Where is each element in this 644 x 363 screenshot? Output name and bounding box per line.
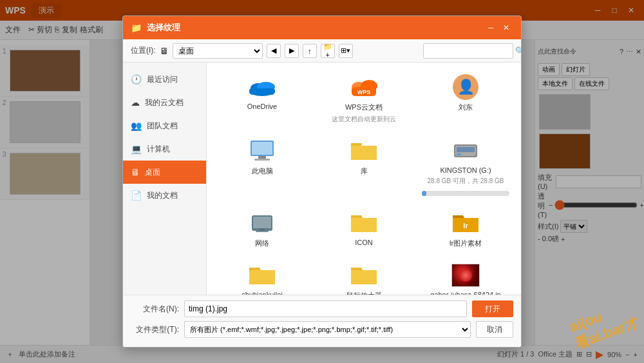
dialog-window-controls: ─ ✕ [484,21,513,34]
cancel-button[interactable]: 取消 [476,321,513,338]
file-area: OneDrive WPS W [207,63,521,295]
mouse-folder-icon [348,262,379,288]
filetype-label: 文件类型(T): [131,324,179,335]
nav-team-cloud[interactable]: 👥 团队文档 [123,114,206,137]
left-nav: 🕐 最近访问 ☁ 我的云文档 👥 团队文档 💻 计算机 🖥 桌面 [123,63,207,295]
location-label: 位置(I): [131,45,156,56]
ku-label: 库 [361,166,368,176]
svg-rect-17 [457,153,461,155]
liudong-label: 刘东 [459,103,473,112]
nav-back-btn[interactable]: ◀ [267,44,281,58]
kingston-icon [450,138,481,164]
file-item-shubian[interactable]: shubiankuilei [214,259,310,295]
dialog-close-icon[interactable]: ✕ [499,21,513,34]
nav-view-btn[interactable]: ⊞▾ [339,44,353,58]
network-icon [247,210,278,236]
wps-cloud-label: WPS云文档 [345,103,383,112]
kingston-size: 28.8 GB 可用，共 28.8 GB [428,177,504,186]
wps-cloud-subtitle: 这里文档自动更新到云 [332,115,396,124]
nav-new-folder-btn[interactable]: 📁+ [321,44,335,58]
filename-input[interactable] [184,300,467,317]
onedrive-label: OneDrive [247,103,277,110]
dialog-minimize-icon[interactable]: ─ [484,21,498,34]
gabor-img-icon [450,262,481,288]
search-input[interactable] [426,47,515,55]
wps-cloud-icon: WPS [348,74,379,100]
nav-my-docs-label: 我的文档 [147,190,178,201]
open-button[interactable]: 打开 [472,300,513,317]
kingston-bar [422,191,509,196]
svg-rect-21 [256,231,269,232]
dialog-body: 🕐 最近访问 ☁ 我的云文档 👥 团队文档 💻 计算机 🖥 桌面 [123,63,521,295]
search-icon: 🔍 [515,46,522,55]
svg-rect-11 [258,156,266,159]
file-item-icon[interactable]: ICON [316,206,412,252]
this-pc-label: 此电脑 [252,166,273,176]
team-cloud-icon: 👥 [131,121,142,131]
shubian-folder-icon [247,262,278,288]
nav-recent[interactable]: 🕐 最近访问 [123,68,206,91]
dialog-bottom: 文件名(N): 打开 文件类型(T): 所有图片 (*.emf;*.wmf;*.… [123,295,521,347]
ku-folder-icon [348,138,379,164]
file-item-liudong[interactable]: 👤 刘东 [418,70,513,128]
filetype-select[interactable]: 所有图片 (*.emf;*.wmf;*.jpg;*.jpeg;*.jpe;*.p… [184,321,471,338]
computer-icon: 💻 [131,144,142,154]
svg-rect-13 [351,143,361,146]
shubian-label: shubiankuilei [242,291,283,295]
file-picker-dialog: 📁 选择纹理 ─ ✕ 位置(I): 🖥 桌面 ◀ ▶ ↑ 📁+ ⊞▾ 🔍 [122,15,522,348]
nav-team-cloud-label: 团队文档 [147,121,178,132]
filename-row: 文件名(N): 打开 [131,300,513,317]
dialog-nav-bar: 位置(I): 🖥 桌面 ◀ ▶ ↑ 📁+ ⊞▾ 🔍 [123,39,521,63]
svg-rect-16 [457,147,475,152]
file-item-kingston[interactable]: KINGSTON (G:) 28.8 GB 可用，共 28.8 GB [418,134,513,200]
svg-rect-3 [249,88,275,95]
recent-icon: 🕐 [131,74,142,84]
icon-folder-icon [348,210,379,236]
dialog-overlay: 📁 选择纹理 ─ ✕ 位置(I): 🖥 桌面 ◀ ▶ ↑ 📁+ ⊞▾ 🔍 [0,0,644,363]
file-item-gabor[interactable]: gabor-juhasz-68424.jpg JPG 文件 13.0 MB [418,259,513,295]
dialog-folder-icon: 📁 [131,23,142,33]
search-box: 🔍 [423,43,513,59]
file-item-lr[interactable]: lr lr图片素材 [418,206,513,252]
my-cloud-icon: ☁ [131,97,140,108]
nav-desktop-label: 桌面 [145,167,160,178]
dialog-titlebar: 📁 选择纹理 ─ ✕ [123,16,521,39]
kingston-label: KINGSTON (G:) [440,166,491,174]
lr-folder-icon: lr [450,210,481,236]
kingston-bar-fill [422,191,426,196]
onedrive-icon [247,74,278,100]
file-item-network[interactable]: 网络 [214,206,310,252]
nav-recent-label: 最近访问 [147,74,178,85]
location-select[interactable]: 桌面 [173,43,263,59]
svg-rect-19 [253,217,271,228]
file-grid: OneDrive WPS W [214,70,513,295]
svg-rect-12 [254,159,270,161]
nav-forward-btn[interactable]: ▶ [285,44,299,58]
nav-my-cloud[interactable]: ☁ 我的云文档 [123,91,206,114]
file-item-this-pc[interactable]: 此电脑 [214,134,310,200]
svg-rect-10 [252,142,272,155]
person-icon: 👤 [450,74,481,100]
mouse-label: 鼠标放大器 [346,291,382,295]
my-docs-icon: 📄 [131,190,142,201]
nav-computer[interactable]: 💻 计算机 [123,137,206,161]
svg-text:WPS: WPS [357,89,371,95]
nav-my-cloud-label: 我的云文档 [145,97,184,108]
file-item-ku[interactable]: 库 [316,134,412,200]
file-item-wps-cloud[interactable]: WPS WPS云文档 这里文档自动更新到云 [316,70,412,128]
file-item-mouse[interactable]: 鼠标放大器 [316,259,412,295]
nav-computer-label: 计算机 [147,144,170,155]
svg-text:lr: lr [463,222,468,230]
gabor-label: gabor-juhasz-68424.jpg [430,291,501,295]
filetype-row: 文件类型(T): 所有图片 (*.emf;*.wmf;*.jpg;*.jpeg;… [131,321,513,338]
this-pc-icon [247,138,278,164]
lr-folder-label: lr图片素材 [450,239,482,248]
nav-up-btn[interactable]: ↑ [303,44,317,58]
filename-label: 文件名(N): [131,304,179,315]
svg-rect-20 [260,228,265,231]
network-label: 网络 [255,239,269,248]
nav-my-docs[interactable]: 📄 我的文档 [123,184,206,207]
file-item-onedrive[interactable]: OneDrive [214,70,310,128]
nav-desktop[interactable]: 🖥 桌面 [123,161,206,184]
location-folder-icon: 🖥 [160,46,169,56]
